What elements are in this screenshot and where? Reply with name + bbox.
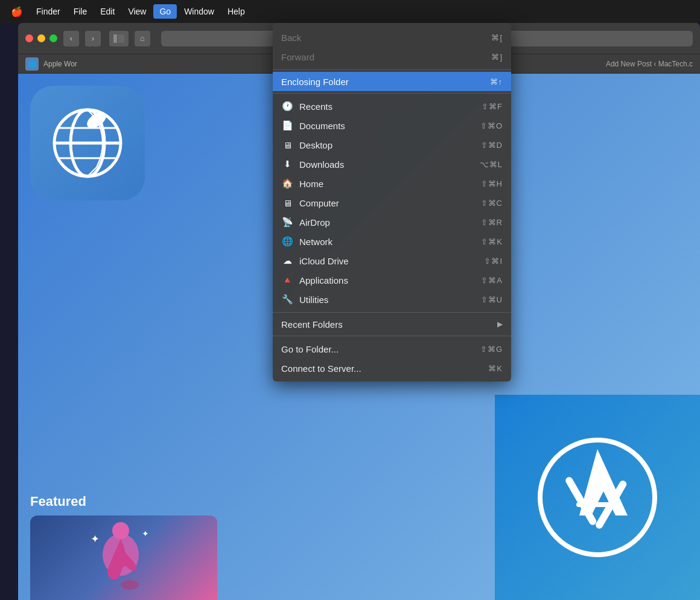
menu-item-recents[interactable]: 🕐 Recents ⇧⌘F bbox=[273, 97, 511, 116]
featured-label: Featured bbox=[30, 494, 86, 509]
apple-logo-icon[interactable]: 🍎 bbox=[5, 4, 29, 20]
breadcrumb-text: Apple Wor bbox=[43, 60, 77, 68]
menu-section-nav: Back ⌘[ Forward ⌘] bbox=[273, 25, 511, 68]
mactech-app-icon bbox=[30, 86, 145, 200]
divider-4 bbox=[273, 336, 511, 336]
menu-file[interactable]: File bbox=[68, 4, 94, 19]
menu-item-computer[interactable]: 🖥 Computer ⇧⌘C bbox=[273, 193, 511, 212]
breadcrumb-right-text: Add New Post ‹ MacTech.c bbox=[606, 60, 693, 68]
forward-button[interactable]: › bbox=[85, 31, 101, 46]
svg-point-9 bbox=[112, 522, 129, 539]
svg-rect-1 bbox=[118, 34, 124, 43]
menu-window[interactable]: Window bbox=[178, 4, 220, 19]
lower-app-preview: ✦ ✦ bbox=[30, 515, 217, 600]
back-button[interactable]: ‹ bbox=[63, 31, 79, 46]
close-button[interactable] bbox=[25, 34, 33, 42]
menu-item-downloads[interactable]: ⬇ Downloads ⌥⌘L bbox=[273, 155, 511, 174]
menu-section-bottom: Go to Folder... ⇧⌘G Connect to Server...… bbox=[273, 338, 511, 379]
menu-edit[interactable]: Edit bbox=[94, 4, 121, 19]
menu-item-airdrop[interactable]: 📡 AirDrop ⇧⌘R bbox=[273, 212, 511, 232]
menu-item-back[interactable]: Back ⌘[ bbox=[273, 28, 511, 47]
menu-finder[interactable]: Finder bbox=[30, 4, 66, 19]
menu-item-documents[interactable]: 📄 Documents ⇧⌘O bbox=[273, 116, 511, 135]
sidebar-toggle-button[interactable] bbox=[109, 31, 129, 46]
minimize-button[interactable] bbox=[37, 34, 45, 42]
divider-1 bbox=[273, 69, 511, 70]
appstore-icon bbox=[495, 395, 700, 600]
menu-item-network[interactable]: 🌐 Network ⇧⌘K bbox=[273, 232, 511, 251]
fullscreen-button[interactable] bbox=[49, 34, 57, 42]
menu-item-go-to-folder[interactable]: Go to Folder... ⇧⌘G bbox=[273, 339, 511, 359]
svg-text:✦: ✦ bbox=[91, 533, 100, 545]
menu-item-home[interactable]: 🏠 Home ⇧⌘H bbox=[273, 174, 511, 193]
svg-point-10 bbox=[121, 580, 139, 590]
menu-item-recent-folders[interactable]: Recent Folders ▶ bbox=[273, 314, 511, 334]
menu-section-main: 🕐 Recents ⇧⌘F 📄 Documents ⇧⌘O 🖥 Desktop … bbox=[273, 95, 511, 310]
go-menu-dropdown: Back ⌘[ Forward ⌘] Enclosing Folder ⌘↑ 🕐… bbox=[273, 23, 511, 381]
breadcrumb-icon: 🌐 bbox=[25, 57, 39, 71]
menu-item-enclosing-folder[interactable]: Enclosing Folder ⌘↑ bbox=[273, 72, 511, 91]
menu-item-utilities[interactable]: 🔧 Utilities ⇧⌘U bbox=[273, 290, 511, 309]
divider-3 bbox=[273, 312, 511, 313]
svg-rect-0 bbox=[113, 34, 117, 43]
menu-item-forward[interactable]: Forward ⌘] bbox=[273, 47, 511, 66]
menu-view[interactable]: View bbox=[122, 4, 152, 19]
divider-2 bbox=[273, 93, 511, 94]
traffic-lights bbox=[25, 34, 57, 42]
menu-item-icloud-drive[interactable]: ☁ iCloud Drive ⇧⌘I bbox=[273, 251, 511, 270]
menu-item-desktop[interactable]: 🖥 Desktop ⇧⌘D bbox=[273, 135, 511, 155]
menubar: 🍎 Finder File Edit View Go Window Help bbox=[0, 0, 700, 23]
menu-item-applications[interactable]: 🔺 Applications ⇧⌘A bbox=[273, 270, 511, 290]
menu-item-connect-to-server[interactable]: Connect to Server... ⌘K bbox=[273, 359, 511, 378]
home-button[interactable]: ⌂ bbox=[135, 31, 150, 46]
menu-help[interactable]: Help bbox=[221, 4, 251, 19]
svg-rect-16 bbox=[576, 502, 619, 507]
svg-text:✦: ✦ bbox=[142, 529, 149, 538]
menu-go[interactable]: Go bbox=[153, 4, 177, 19]
